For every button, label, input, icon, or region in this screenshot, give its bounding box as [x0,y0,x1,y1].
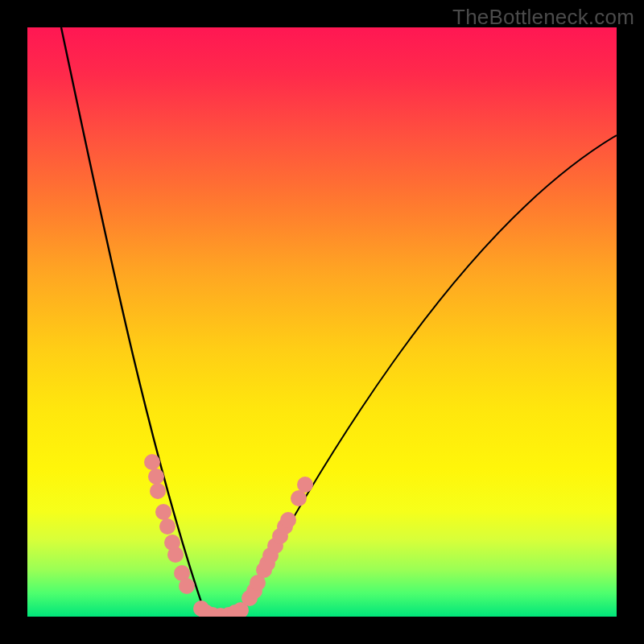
outer-frame: TheBottleneck.com [0,0,644,644]
svg-point-0 [144,454,160,470]
plot-area [27,27,617,617]
svg-point-26 [291,490,307,506]
highlight-dots [144,454,313,617]
curve-left [61,27,204,612]
watermark-text: TheBottleneck.com [452,5,634,30]
svg-point-1 [148,469,164,485]
curve-right [240,135,617,612]
svg-point-27 [297,477,313,493]
svg-point-4 [159,518,175,535]
svg-point-25 [280,512,296,528]
svg-point-2 [150,483,166,499]
svg-point-6 [167,547,184,563]
bottleneck-curve [27,27,617,617]
svg-point-3 [155,504,171,520]
svg-point-8 [179,578,195,594]
